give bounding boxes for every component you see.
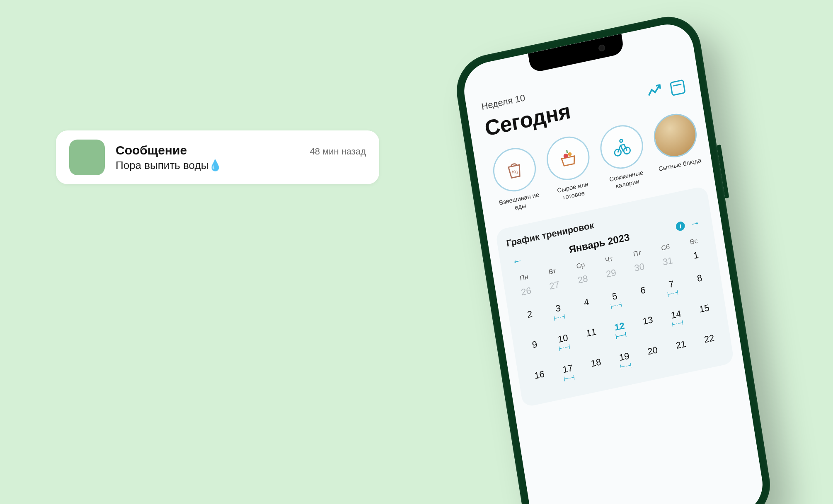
calendar-day[interactable]: 3⊢⊣: [545, 299, 573, 330]
calendar-day[interactable]: 12⊢⊣: [607, 317, 634, 349]
phone-frame: Неделя 10 Сегодня: [452, 10, 775, 504]
svg-point-3: [614, 149, 622, 157]
basket-icon: [544, 133, 593, 184]
bowl-icon: [651, 110, 700, 161]
calendar-dow: Вт: [540, 265, 564, 277]
phone-screen: Неделя 10 Сегодня: [460, 19, 766, 504]
story-label: Взвешиван ие еды: [496, 191, 543, 215]
phone-mockup: Неделя 10 Сегодня: [452, 10, 775, 504]
calendar-day[interactable]: 14⊢⊣: [663, 305, 691, 337]
dumbbell-icon: ⊢⊣: [552, 342, 576, 354]
calendar-day[interactable]: 16: [527, 365, 555, 397]
calendar-day[interactable]: 11: [579, 323, 606, 355]
notification-body: Пора выпить воды💧: [116, 159, 366, 172]
calendar-day[interactable]: 30: [627, 258, 653, 282]
notification-time: 48 мин назад: [310, 146, 366, 157]
story-raw-cooked[interactable]: Сырое или готовое: [542, 132, 597, 204]
push-notification[interactable]: Сообщение 48 мин назад Пора выпить воды💧: [56, 130, 379, 184]
calendar-day[interactable]: 10⊢⊣: [550, 329, 578, 361]
calendar-dow: Ср: [568, 259, 593, 272]
story-label: Сожженные калории: [603, 168, 651, 193]
calendar-dow: Пт: [625, 247, 649, 260]
story-weighing[interactable]: Kg Взвешиван ие еды: [489, 144, 543, 215]
calendar-day[interactable]: 31: [655, 252, 681, 276]
calendar-day[interactable]: 4: [574, 293, 601, 325]
calendar-dow: Пн: [512, 271, 536, 284]
calendar-dow: Чт: [597, 253, 621, 265]
chart-icon[interactable]: [646, 83, 663, 102]
calendar-day[interactable]: 21: [668, 335, 696, 367]
calendar-day[interactable]: 7⊢⊣: [659, 275, 686, 306]
calendar-dow: Вс: [681, 235, 706, 248]
calendar-day[interactable]: 28: [570, 270, 596, 294]
calendar-next[interactable]: →: [689, 216, 701, 231]
notification-title: Сообщение: [116, 143, 187, 157]
svg-text:Kg: Kg: [512, 169, 518, 175]
notification-content: Сообщение 48 мин назад Пора выпить воды💧: [116, 143, 366, 172]
calendar-day[interactable]: 13: [635, 311, 663, 343]
workout-calendar-card: График тренировок ← Январь 2023 i → ПнВт…: [495, 186, 734, 408]
dumbbell-icon: ⊢⊣: [661, 288, 685, 299]
dumbbell-icon: ⊢⊣: [557, 372, 581, 384]
story-label: Сырое или готовое: [550, 179, 597, 204]
dumbbell-icon: ⊢⊣: [609, 330, 633, 342]
story-calories[interactable]: Сожженные калории: [596, 121, 650, 193]
dumbbell-icon: ⊢⊣: [665, 318, 690, 330]
svg-point-2: [568, 152, 572, 157]
calendar-day[interactable]: 15: [692, 299, 719, 331]
calendar-day[interactable]: 22: [696, 329, 724, 361]
calendar-day[interactable]: 1: [683, 246, 710, 270]
calendar-dow: Сб: [653, 241, 678, 253]
calendar-info-icon[interactable]: i: [675, 221, 685, 232]
dumbbell-icon: ⊢⊣: [604, 300, 628, 311]
calendar-day[interactable]: 29: [598, 264, 625, 288]
story-label: Сытные блюда: [657, 156, 703, 173]
svg-point-5: [620, 139, 623, 142]
calendar-day[interactable]: 19⊢⊣: [611, 347, 639, 379]
calendar-day[interactable]: 20: [640, 341, 668, 373]
calendar-day[interactable]: 2: [517, 305, 545, 337]
bag-icon: Kg: [490, 144, 539, 195]
calendar-month: Январь 2023: [568, 232, 630, 256]
notification-app-icon: [69, 140, 105, 175]
dumbbell-icon: ⊢⊣: [613, 360, 638, 372]
calendar-day[interactable]: 6: [630, 281, 658, 313]
calendar-day[interactable]: 5⊢⊣: [602, 287, 630, 318]
bike-icon: [597, 121, 646, 173]
story-meals[interactable]: Сытные блюда: [649, 110, 704, 181]
calendar-day[interactable]: 18: [583, 353, 611, 385]
dumbbell-icon: ⊢⊣: [547, 312, 572, 323]
calendar-day[interactable]: 9: [522, 335, 550, 367]
calendar-day[interactable]: 26: [513, 282, 540, 306]
calendar-day[interactable]: 17⊢⊣: [555, 359, 583, 391]
calendar-day[interactable]: 27: [542, 276, 568, 300]
calendar-day[interactable]: 8: [687, 269, 714, 301]
calendar-icon[interactable]: [670, 79, 686, 96]
calendar-prev[interactable]: ←: [511, 253, 523, 268]
